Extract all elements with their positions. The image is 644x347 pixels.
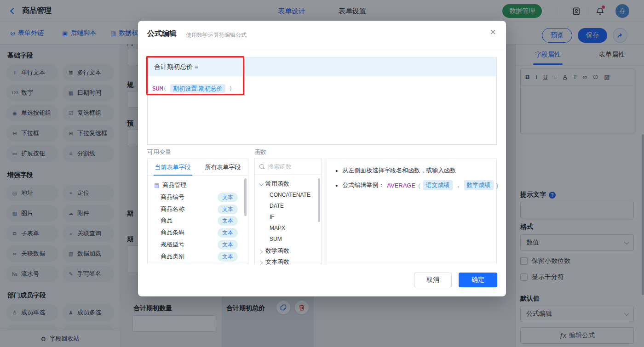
example-function-name: AVERAGE bbox=[387, 182, 415, 189]
divider bbox=[138, 48, 506, 48]
variable-tree-root[interactable]: ▤ 商品管理 bbox=[148, 179, 248, 191]
variables-label: 可用变量 bbox=[147, 148, 171, 156]
function-item[interactable]: CONCATENATE bbox=[255, 189, 322, 200]
function-item[interactable]: DATE bbox=[255, 200, 322, 211]
variable-item[interactable]: 商品编号文本 bbox=[148, 191, 248, 203]
help-line-1: •从左侧面板选择字段名和函数，或输入函数 bbox=[335, 166, 456, 175]
tab-current-form-fields[interactable]: 当前表单字段 bbox=[148, 159, 198, 175]
function-search[interactable]: 搜索函数 bbox=[255, 159, 322, 175]
formula-edit-modal: 公式编辑 使用数学运算符编辑公式 × 合计期初总价 = SUM( 期初设置.期初… bbox=[138, 21, 506, 296]
variable-item[interactable]: 商品名称文本 bbox=[148, 203, 248, 215]
type-badge: 文本 bbox=[218, 252, 238, 262]
chevron-down-icon bbox=[259, 181, 264, 186]
type-badge: 文本 bbox=[218, 205, 238, 214]
variable-item[interactable]: 商品条码文本 bbox=[148, 227, 248, 239]
functions-scrollbar[interactable] bbox=[318, 178, 320, 222]
type-badge: 文本 bbox=[218, 216, 238, 226]
form-doc-icon: ▤ bbox=[154, 182, 159, 188]
function-item[interactable]: SUM bbox=[255, 233, 322, 245]
variables-tab-group: 当前表单字段 所有表单字段 bbox=[148, 159, 248, 176]
type-badge: 文本 bbox=[218, 228, 238, 238]
tab-all-form-fields[interactable]: 所有表单字段 bbox=[198, 159, 248, 175]
formula-target-row: 合计期初总价 = bbox=[148, 58, 496, 76]
formula-expression[interactable]: SUM( 期初设置.期初总价 ) bbox=[148, 76, 496, 101]
function-item[interactable]: MAPX bbox=[255, 222, 322, 233]
functions-panel: 搜索函数 常用函数 CONCATENATE DATE IF MAPX SUM 数… bbox=[254, 159, 322, 264]
search-icon bbox=[259, 164, 264, 169]
modal-title: 公式编辑 bbox=[147, 29, 177, 39]
confirm-button[interactable]: 确定 bbox=[459, 273, 497, 287]
type-badge: 文本 bbox=[218, 193, 238, 202]
formula-equals: = bbox=[195, 63, 198, 71]
variable-item[interactable]: 商品文本 bbox=[148, 215, 248, 227]
variable-item[interactable]: 商品类别文本 bbox=[148, 250, 248, 262]
formula-target: 合计期初总价 bbox=[154, 63, 193, 71]
variable-item[interactable]: 规格型号文本 bbox=[148, 239, 248, 250]
function-group-text[interactable]: 文本函数 bbox=[255, 256, 322, 267]
search-placeholder: 搜索函数 bbox=[268, 163, 292, 171]
function-item[interactable]: IF bbox=[255, 211, 322, 222]
example-token: 数学成绩 bbox=[464, 180, 494, 190]
type-badge: 文本 bbox=[218, 240, 238, 250]
variables-scrollbar[interactable] bbox=[244, 178, 247, 216]
chevron-right-icon bbox=[258, 249, 263, 254]
cancel-button[interactable]: 取消 bbox=[414, 273, 452, 287]
formula-function-name: SUM bbox=[152, 85, 163, 92]
function-group-common[interactable]: 常用函数 bbox=[255, 178, 322, 189]
example-token: 语文成绩 bbox=[423, 180, 453, 190]
formula-field-token: 期初设置.期初总价 bbox=[170, 84, 225, 93]
function-group-math[interactable]: 数学函数 bbox=[255, 245, 322, 256]
chevron-right-icon bbox=[258, 260, 263, 265]
help-line-2: • 公式编辑举例： AVERAGE( 语文成绩 ， 数学成绩 ) bbox=[335, 180, 498, 190]
app-screen: 商品管理 表单设计 表单设置 数据管理 存 ⊘ 表单外链 ▣ 后端脚本 ▥ 数据… bbox=[0, 0, 644, 347]
formula-editor[interactable]: 合计期初总价 = SUM( 期初设置.期初总价 ) bbox=[147, 57, 497, 145]
variables-panel: 当前表单字段 所有表单字段 ▤ 商品管理 商品编号文本 商品名称文本 商品文本 … bbox=[147, 159, 248, 264]
formula-help-panel: •从左侧面板选择字段名和函数，或输入函数 • 公式编辑举例： AVERAGE( … bbox=[327, 159, 497, 264]
modal-subtitle: 使用数学运算符编辑公式 bbox=[186, 31, 247, 39]
close-icon[interactable]: × bbox=[490, 27, 496, 37]
functions-label: 函数 bbox=[254, 148, 266, 156]
